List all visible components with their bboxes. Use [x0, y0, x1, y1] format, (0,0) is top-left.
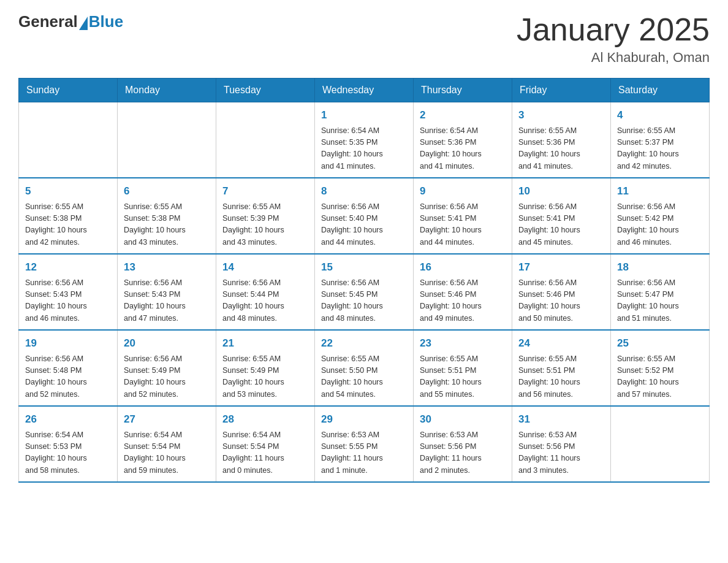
- day-of-week-header: Sunday: [19, 79, 118, 102]
- day-number: 3: [518, 107, 604, 123]
- day-number: 15: [321, 259, 407, 275]
- day-info: Sunrise: 6:56 AM Sunset: 5:40 PM Dayligh…: [321, 201, 407, 249]
- day-info: Sunrise: 6:55 AM Sunset: 5:39 PM Dayligh…: [222, 201, 308, 249]
- table-row: 16Sunrise: 6:56 AM Sunset: 5:46 PM Dayli…: [414, 254, 512, 330]
- table-row: 14Sunrise: 6:56 AM Sunset: 5:44 PM Dayli…: [216, 254, 315, 330]
- day-number: 22: [321, 335, 407, 351]
- day-info: Sunrise: 6:54 AM Sunset: 5:35 PM Dayligh…: [321, 125, 407, 173]
- day-info: Sunrise: 6:53 AM Sunset: 5:56 PM Dayligh…: [518, 429, 604, 477]
- table-row: 20Sunrise: 6:56 AM Sunset: 5:49 PM Dayli…: [118, 330, 216, 406]
- day-number: 1: [321, 107, 407, 123]
- table-row: 30Sunrise: 6:53 AM Sunset: 5:56 PM Dayli…: [414, 406, 512, 482]
- day-info: Sunrise: 6:53 AM Sunset: 5:55 PM Dayligh…: [321, 429, 407, 477]
- table-row: 28Sunrise: 6:54 AM Sunset: 5:54 PM Dayli…: [216, 406, 315, 482]
- table-row: 23Sunrise: 6:55 AM Sunset: 5:51 PM Dayli…: [414, 330, 512, 406]
- table-row: 26Sunrise: 6:54 AM Sunset: 5:53 PM Dayli…: [19, 406, 118, 482]
- table-row: 24Sunrise: 6:55 AM Sunset: 5:51 PM Dayli…: [512, 330, 611, 406]
- day-info: Sunrise: 6:56 AM Sunset: 5:46 PM Dayligh…: [518, 277, 604, 325]
- day-number: 24: [518, 335, 604, 351]
- day-info: Sunrise: 6:56 AM Sunset: 5:42 PM Dayligh…: [617, 201, 703, 249]
- day-number: 30: [420, 412, 506, 427]
- day-of-week-header: Friday: [512, 79, 611, 102]
- day-number: 13: [124, 259, 210, 275]
- location-title: Al Khaburah, Oman: [517, 50, 710, 66]
- day-of-week-header: Thursday: [414, 79, 512, 102]
- day-number: 6: [124, 183, 210, 199]
- table-row: 8Sunrise: 6:56 AM Sunset: 5:40 PM Daylig…: [315, 178, 414, 254]
- month-title: January 2025: [517, 12, 710, 47]
- day-number: 7: [222, 183, 308, 199]
- table-row: 27Sunrise: 6:54 AM Sunset: 5:54 PM Dayli…: [118, 406, 216, 482]
- table-row: [611, 406, 710, 482]
- table-row: 31Sunrise: 6:53 AM Sunset: 5:56 PM Dayli…: [512, 406, 611, 482]
- day-info: Sunrise: 6:55 AM Sunset: 5:38 PM Dayligh…: [124, 201, 210, 249]
- table-row: 2Sunrise: 6:54 AM Sunset: 5:36 PM Daylig…: [414, 102, 512, 178]
- table-row: [19, 102, 118, 178]
- day-info: Sunrise: 6:55 AM Sunset: 5:52 PM Dayligh…: [617, 353, 703, 401]
- table-row: [216, 102, 315, 178]
- table-row: [118, 102, 216, 178]
- day-number: 2: [420, 107, 506, 123]
- table-row: 6Sunrise: 6:55 AM Sunset: 5:38 PM Daylig…: [118, 178, 216, 254]
- day-info: Sunrise: 6:54 AM Sunset: 5:53 PM Dayligh…: [25, 429, 111, 477]
- day-number: 11: [617, 183, 703, 199]
- day-number: 10: [518, 183, 604, 199]
- logo-triangle-icon: [79, 17, 88, 30]
- day-number: 5: [25, 183, 111, 199]
- day-number: 14: [222, 259, 308, 275]
- day-info: Sunrise: 6:55 AM Sunset: 5:50 PM Dayligh…: [321, 353, 407, 401]
- day-number: 28: [222, 412, 308, 427]
- day-info: Sunrise: 6:55 AM Sunset: 5:49 PM Dayligh…: [222, 353, 308, 401]
- table-row: 3Sunrise: 6:55 AM Sunset: 5:36 PM Daylig…: [512, 102, 611, 178]
- logo-general-text: General: [18, 12, 78, 31]
- table-row: 29Sunrise: 6:53 AM Sunset: 5:55 PM Dayli…: [315, 406, 414, 482]
- day-info: Sunrise: 6:56 AM Sunset: 5:41 PM Dayligh…: [518, 201, 604, 249]
- day-info: Sunrise: 6:56 AM Sunset: 5:48 PM Dayligh…: [25, 353, 111, 401]
- table-row: 17Sunrise: 6:56 AM Sunset: 5:46 PM Dayli…: [512, 254, 611, 330]
- day-info: Sunrise: 6:54 AM Sunset: 5:36 PM Dayligh…: [420, 125, 506, 173]
- table-row: 7Sunrise: 6:55 AM Sunset: 5:39 PM Daylig…: [216, 178, 315, 254]
- table-row: 13Sunrise: 6:56 AM Sunset: 5:43 PM Dayli…: [118, 254, 216, 330]
- calendar-week-row: 26Sunrise: 6:54 AM Sunset: 5:53 PM Dayli…: [19, 406, 710, 482]
- day-number: 16: [420, 259, 506, 275]
- day-info: Sunrise: 6:56 AM Sunset: 5:44 PM Dayligh…: [222, 277, 308, 325]
- table-row: 12Sunrise: 6:56 AM Sunset: 5:43 PM Dayli…: [19, 254, 118, 330]
- calendar-table: SundayMondayTuesdayWednesdayThursdayFrid…: [18, 78, 710, 483]
- calendar-week-row: 12Sunrise: 6:56 AM Sunset: 5:43 PM Dayli…: [19, 254, 710, 330]
- day-number: 27: [124, 412, 210, 427]
- logo-blue-text: Blue: [89, 12, 123, 31]
- day-number: 8: [321, 183, 407, 199]
- table-row: 21Sunrise: 6:55 AM Sunset: 5:49 PM Dayli…: [216, 330, 315, 406]
- logo: General Blue: [18, 12, 123, 31]
- table-row: 25Sunrise: 6:55 AM Sunset: 5:52 PM Dayli…: [611, 330, 710, 406]
- table-row: 4Sunrise: 6:55 AM Sunset: 5:37 PM Daylig…: [611, 102, 710, 178]
- day-number: 31: [518, 412, 604, 427]
- day-of-week-header: Tuesday: [216, 79, 315, 102]
- table-row: 1Sunrise: 6:54 AM Sunset: 5:35 PM Daylig…: [315, 102, 414, 178]
- calendar-week-row: 19Sunrise: 6:56 AM Sunset: 5:48 PM Dayli…: [19, 330, 710, 406]
- page-header: General Blue January 2025 Al Khaburah, O…: [18, 12, 710, 66]
- table-row: 5Sunrise: 6:55 AM Sunset: 5:38 PM Daylig…: [19, 178, 118, 254]
- day-number: 29: [321, 412, 407, 427]
- day-info: Sunrise: 6:54 AM Sunset: 5:54 PM Dayligh…: [222, 429, 308, 477]
- day-of-week-header: Wednesday: [315, 79, 414, 102]
- calendar-week-row: 1Sunrise: 6:54 AM Sunset: 5:35 PM Daylig…: [19, 102, 710, 178]
- day-info: Sunrise: 6:56 AM Sunset: 5:41 PM Dayligh…: [420, 201, 506, 249]
- day-info: Sunrise: 6:55 AM Sunset: 5:51 PM Dayligh…: [518, 353, 604, 401]
- day-number: 23: [420, 335, 506, 351]
- table-row: 9Sunrise: 6:56 AM Sunset: 5:41 PM Daylig…: [414, 178, 512, 254]
- day-number: 26: [25, 412, 111, 427]
- calendar-week-row: 5Sunrise: 6:55 AM Sunset: 5:38 PM Daylig…: [19, 178, 710, 254]
- table-row: 10Sunrise: 6:56 AM Sunset: 5:41 PM Dayli…: [512, 178, 611, 254]
- day-number: 21: [222, 335, 308, 351]
- table-row: 19Sunrise: 6:56 AM Sunset: 5:48 PM Dayli…: [19, 330, 118, 406]
- day-number: 25: [617, 335, 703, 351]
- day-info: Sunrise: 6:55 AM Sunset: 5:38 PM Dayligh…: [25, 201, 111, 249]
- day-info: Sunrise: 6:56 AM Sunset: 5:49 PM Dayligh…: [124, 353, 210, 401]
- day-number: 18: [617, 259, 703, 275]
- day-number: 19: [25, 335, 111, 351]
- day-info: Sunrise: 6:56 AM Sunset: 5:46 PM Dayligh…: [420, 277, 506, 325]
- table-row: 18Sunrise: 6:56 AM Sunset: 5:47 PM Dayli…: [611, 254, 710, 330]
- day-number: 4: [617, 107, 703, 123]
- table-row: 15Sunrise: 6:56 AM Sunset: 5:45 PM Dayli…: [315, 254, 414, 330]
